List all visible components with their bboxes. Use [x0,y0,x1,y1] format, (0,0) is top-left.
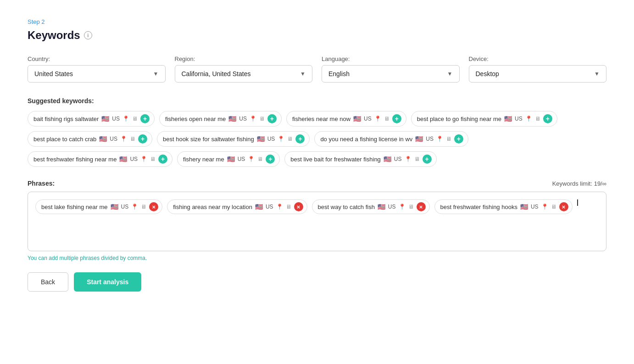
region-label: Region: [175,55,313,62]
phrase-tag[interactable]: best way to catch fish 🇺🇸 US 📍 🖥 × [312,199,430,214]
country-label: Country: [28,55,166,62]
add-keyword-button[interactable]: + [140,114,150,123]
chevron-down-icon: ▼ [300,71,306,77]
device-icon[interactable]: 🖥 [446,136,451,142]
device-icon[interactable]: 🖥 [551,204,556,210]
keyword-text: best freshwater fishing near me [33,156,117,163]
device-icon[interactable]: 🖥 [130,136,135,142]
country-code: US [266,204,273,210]
flag-icon: 🇺🇸 [257,135,265,143]
country-code: US [364,116,372,122]
country-code: US [426,136,434,142]
keywords-limit: Keywords limit: 19/∞ [552,180,606,187]
add-keyword-button[interactable]: + [295,134,305,143]
device-icon[interactable]: 🖥 [287,136,293,142]
add-keyword-button[interactable]: + [138,134,147,143]
device-icon[interactable]: 🖥 [414,156,420,162]
country-value: United States [34,70,73,77]
keyword-text: best place to go fishing near me [417,116,501,122]
back-button[interactable]: Back [28,272,68,292]
add-keyword-button[interactable]: + [392,114,401,123]
region-select[interactable]: California, United States ▼ [175,65,313,83]
suggested-keyword-tag[interactable]: best hook size for saltwater fishing 🇺🇸 … [157,131,310,147]
add-keyword-button[interactable]: + [543,114,552,123]
device-icon[interactable]: 🖥 [132,116,138,122]
location-icon[interactable]: 📍 [140,156,147,162]
country-code: US [515,116,523,122]
add-keyword-button[interactable]: + [454,134,463,143]
device-icon[interactable]: 🖥 [408,204,414,210]
suggested-keyword-tag[interactable]: best place to go fishing near me 🇺🇸 US 📍… [411,111,557,127]
location-icon[interactable]: 📍 [541,204,548,210]
suggested-keyword-tag[interactable]: do you need a fishing license in wv 🇺🇸 U… [314,131,468,147]
suggested-keyword-tag[interactable]: best live bait for freshwater fishing 🇺🇸… [284,151,436,167]
remove-phrase-button[interactable]: × [294,202,303,211]
device-icon[interactable]: 🖥 [259,116,265,122]
keyword-text: fisheries near me now [292,116,350,122]
country-select[interactable]: United States ▼ [28,65,166,83]
device-label: Device: [469,55,607,62]
info-icon[interactable]: i [84,31,92,39]
phrase-text: best freshwater fishing hooks [440,204,517,210]
device-icon[interactable]: 🖥 [535,116,540,122]
flag-icon: 🇺🇸 [119,155,127,163]
flag-icon: 🇺🇸 [227,155,235,163]
flag-icon: 🇺🇸 [111,203,118,210]
add-keyword-button[interactable]: + [158,154,167,164]
phrase-tag[interactable]: fishing areas near my location 🇺🇸 US 📍 🖥… [167,199,307,214]
flag-icon: 🇺🇸 [228,115,236,122]
country-code: US [110,136,117,142]
phrase-tag[interactable]: best freshwater fishing hooks 🇺🇸 US 📍 🖥 … [434,199,573,214]
phrases-header: Phrases: Keywords limit: 19/∞ [28,180,606,187]
suggested-keyword-tag[interactable]: fishery near me 🇺🇸 US 📍 🖥 + [177,151,280,167]
location-icon[interactable]: 📍 [399,204,406,210]
suggested-keyword-tag[interactable]: fisheries open near me 🇺🇸 US 📍 🖥 + [159,111,282,127]
location-icon[interactable]: 📍 [278,136,284,142]
suggested-keywords-list: bait fishing rigs saltwater 🇺🇸 US 📍 🖥 + … [28,111,606,167]
device-icon[interactable]: 🖥 [141,204,146,210]
location-icon[interactable]: 📍 [525,116,532,122]
region-filter: Region: California, United States ▼ [175,55,313,83]
remove-phrase-button[interactable]: × [149,202,158,211]
language-select[interactable]: English ▼ [322,65,460,83]
phrases-box[interactable]: best lake fishing near me 🇺🇸 US 📍 🖥 × fi… [28,192,606,251]
device-icon[interactable]: 🖥 [286,204,291,210]
phrase-tag[interactable]: best lake fishing near me 🇺🇸 US 📍 🖥 × [35,199,162,214]
location-icon[interactable]: 📍 [248,156,255,162]
add-keyword-button[interactable]: + [267,114,277,123]
flag-icon: 🇺🇸 [353,115,361,122]
device-icon[interactable]: 🖥 [150,156,156,162]
location-icon[interactable]: 📍 [120,136,127,142]
country-code: US [388,204,396,210]
phrase-text: fishing areas near my location [173,204,252,210]
country-code: US [112,116,120,122]
suggested-keyword-tag[interactable]: best place to catch crab 🇺🇸 US 📍 🖥 + [28,131,152,147]
add-keyword-button[interactable]: + [266,154,275,164]
device-icon[interactable]: 🖥 [257,156,263,162]
location-icon[interactable]: 📍 [405,156,412,162]
device-select[interactable]: Desktop ▼ [469,65,607,83]
location-icon[interactable]: 📍 [250,116,256,122]
country-filter: Country: United States ▼ [28,55,166,83]
actions-row: Back Start analysis [28,272,606,292]
suggested-keyword-tag[interactable]: bait fishing rigs saltwater 🇺🇸 US 📍 🖥 + [28,111,155,127]
device-icon[interactable]: 🖥 [384,116,389,122]
suggested-keyword-tag[interactable]: best freshwater fishing near me 🇺🇸 US 📍 … [28,151,172,167]
phrase-text: best lake fishing near me [41,204,108,210]
location-icon[interactable]: 📍 [276,204,283,210]
device-value: Desktop [476,70,499,77]
text-cursor [577,199,578,206]
location-icon[interactable]: 📍 [374,116,381,122]
suggested-keyword-tag[interactable]: fisheries near me now 🇺🇸 US 📍 🖥 + [286,111,406,127]
suggested-keywords-title: Suggested keywords: [28,97,606,105]
flag-icon: 🇺🇸 [504,115,512,122]
location-icon[interactable]: 📍 [436,136,443,142]
keyword-text: fisheries open near me [165,116,226,122]
remove-phrase-button[interactable]: × [559,202,568,211]
location-icon[interactable]: 📍 [122,116,129,122]
location-icon[interactable]: 📍 [131,204,138,210]
flag-icon: 🇺🇸 [378,203,385,210]
start-analysis-button[interactable]: Start analysis [74,272,141,292]
add-keyword-button[interactable]: + [423,154,432,164]
remove-phrase-button[interactable]: × [417,202,426,211]
